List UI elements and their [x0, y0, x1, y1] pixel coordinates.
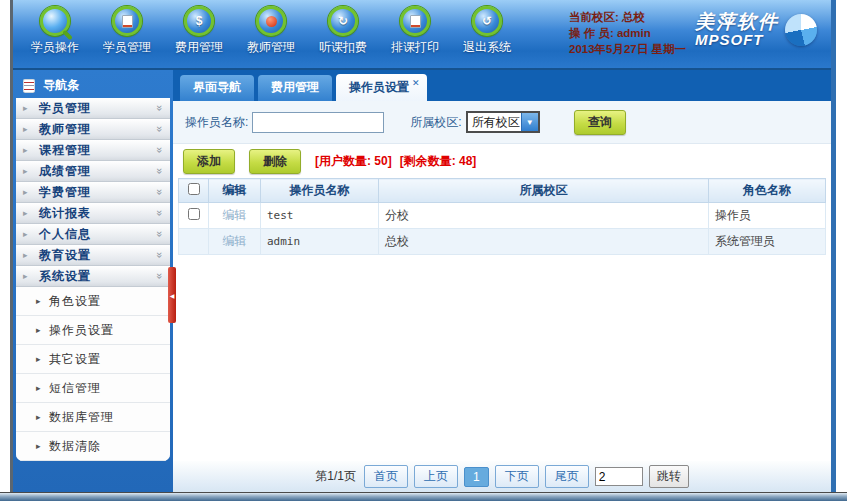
- toolbar-teacher-manage[interactable]: 教师管理: [235, 4, 307, 56]
- chevron-double-icon: »: [154, 273, 166, 279]
- filter-bar: 操作员名称: 所属校区: 所有校区 ▼ 查询: [173, 101, 831, 144]
- toolbar-exit-system[interactable]: ↺ 退出系统: [451, 4, 523, 56]
- toolbar-student-manage[interactable]: 学员管理: [91, 4, 163, 56]
- jump-button[interactable]: 跳转: [649, 465, 689, 488]
- delete-button[interactable]: 删除: [249, 149, 301, 174]
- jump-page-input[interactable]: [595, 467, 643, 486]
- cell-role: 系统管理员: [709, 229, 826, 255]
- toolbar-label: 教师管理: [247, 39, 295, 56]
- main-area: 导航条 ▸ 学员管理 » ▸ 教师管理 » ▸ 课程管理: [13, 70, 831, 492]
- chevron-double-icon: »: [154, 231, 166, 237]
- col-role: 角色名称: [709, 179, 826, 203]
- dropdown-arrow-icon[interactable]: ▼: [521, 113, 538, 131]
- sidebar-item-education[interactable]: ▸ 教育设置 »: [16, 245, 170, 266]
- last-page-button[interactable]: 尾页: [545, 465, 589, 488]
- tab-interface-nav[interactable]: 界面导航: [180, 75, 254, 101]
- sidebar-subitem-dataclear[interactable]: ▸ 数据清除: [16, 432, 170, 461]
- campus-label: 所属校区:: [410, 114, 461, 131]
- sidebar-item-personal[interactable]: ▸ 个人信息 »: [16, 224, 170, 245]
- arrow-right-icon: ▸: [36, 412, 49, 422]
- nav-panel: ▸ 学员管理 » ▸ 教师管理 » ▸ 课程管理 »: [16, 98, 170, 461]
- row-checkbox[interactable]: [188, 208, 200, 220]
- sidebar-collapse-handle[interactable]: ◀: [168, 267, 176, 323]
- action-row: 添加 删除 [用户数量: 50] [剩余数量: 48]: [173, 144, 831, 178]
- cell-campus: 分校: [379, 203, 709, 229]
- campus-select[interactable]: 所有校区 ▼: [466, 111, 540, 133]
- page-info: 第1/1页: [315, 468, 356, 485]
- col-campus: 所属校区: [379, 179, 709, 203]
- toolbar-listen-deduct[interactable]: ↻ 听课扣费: [307, 4, 379, 56]
- arrow-right-icon: ▸: [23, 229, 39, 239]
- header-bar: 学员操作 学员管理 $ 费用管理 教师管理 ↻ 听课扣费: [13, 0, 831, 70]
- chevron-double-icon: »: [154, 168, 166, 174]
- student-search-icon: [40, 6, 70, 36]
- table-row: 编辑 test 分校 操作员: [179, 203, 826, 229]
- user-count-text: [用户数量: 50]: [315, 153, 392, 170]
- toolbar-student-ops[interactable]: 学员操作: [19, 4, 91, 56]
- campus-select-value: 所有校区: [468, 114, 521, 131]
- tab-strip: 界面导航 费用管理 操作员设置✕: [173, 70, 831, 101]
- close-tab-icon[interactable]: ✕: [412, 78, 420, 88]
- table-header-row: 编辑 操作员名称 所属校区 角色名称: [179, 179, 826, 203]
- next-page-button[interactable]: 下页: [495, 465, 539, 488]
- operator-name-label: 操作员名称:: [185, 114, 248, 131]
- nav-doc-icon: [23, 79, 35, 93]
- session-info: 当前校区: 总校 操 作 员: admin 2013年5月27日 星期一: [569, 9, 686, 57]
- sidebar-item-system[interactable]: ▸ 系统设置 »: [16, 266, 170, 287]
- first-page-button[interactable]: 首页: [364, 465, 408, 488]
- arrow-right-icon: ▸: [23, 145, 39, 155]
- remaining-count-text: [剩余数量: 48]: [400, 153, 477, 170]
- arrow-right-icon: ▸: [23, 208, 39, 218]
- tab-operator-settings[interactable]: 操作员设置✕: [336, 74, 427, 101]
- sidebar-title-label: 导航条: [43, 77, 79, 94]
- sidebar-item-tuition[interactable]: ▸ 学费管理 »: [16, 182, 170, 203]
- sidebar-subitem-sms[interactable]: ▸ 短信管理: [16, 374, 170, 403]
- chevron-double-icon: »: [154, 105, 166, 111]
- sidebar-subitem-operator[interactable]: ▸ 操作员设置: [16, 316, 170, 345]
- sidebar-item-reports[interactable]: ▸ 统计报表 »: [16, 203, 170, 224]
- col-operator-name: 操作员名称: [261, 179, 379, 203]
- cell-operator-name: test: [261, 203, 379, 229]
- brand-logo: 美萍软件 MPSOFT: [695, 12, 817, 48]
- schedule-print-icon: [400, 6, 430, 36]
- toolbar-label: 排课打印: [391, 39, 439, 56]
- search-button[interactable]: 查询: [574, 110, 626, 135]
- arrow-right-icon: ▸: [23, 187, 39, 197]
- chevron-double-icon: »: [154, 252, 166, 258]
- toolbar-label: 听课扣费: [319, 39, 367, 56]
- prev-page-button[interactable]: 上页: [414, 465, 458, 488]
- operator-name-input[interactable]: [252, 112, 384, 133]
- cell-operator-name: admin: [261, 229, 379, 255]
- current-date: 2013年5月27日 星期一: [569, 41, 686, 57]
- arrow-right-icon: ▸: [36, 296, 49, 306]
- edit-link[interactable]: 编辑: [223, 208, 247, 222]
- teacher-manage-icon: [256, 6, 286, 36]
- sidebar: 导航条 ▸ 学员管理 » ▸ 教师管理 » ▸ 课程管理: [13, 70, 173, 492]
- content-area: 界面导航 费用管理 操作员设置✕ 操作员名称: 所属校区: 所有校区 ▼: [173, 70, 831, 492]
- toolbar-schedule-print[interactable]: 排课打印: [379, 4, 451, 56]
- arrow-right-icon: ▸: [36, 325, 49, 335]
- fee-manage-icon: $: [184, 6, 214, 36]
- toolbar-label: 费用管理: [175, 39, 223, 56]
- arrow-right-icon: ▸: [23, 103, 39, 113]
- sidebar-item-course[interactable]: ▸ 课程管理 »: [16, 140, 170, 161]
- sidebar-item-score[interactable]: ▸ 成绩管理 »: [16, 161, 170, 182]
- logo-cn-text: 美萍软件: [695, 12, 779, 32]
- tab-fee-manage[interactable]: 费用管理: [258, 75, 332, 101]
- sidebar-subitem-other[interactable]: ▸ 其它设置: [16, 345, 170, 374]
- arrow-right-icon: ▸: [23, 250, 39, 260]
- add-button[interactable]: 添加: [183, 149, 235, 174]
- select-all-checkbox[interactable]: [188, 183, 200, 195]
- toolbar-label: 学员操作: [31, 39, 79, 56]
- operators-table: 编辑 操作员名称 所属校区 角色名称 编辑 test 分校 操作员: [178, 178, 826, 255]
- arrow-right-icon: ▸: [23, 124, 39, 134]
- logo-en-text: MPSOFT: [695, 32, 779, 48]
- toolbar-fee-manage[interactable]: $ 费用管理: [163, 4, 235, 56]
- current-page-button[interactable]: 1: [464, 467, 489, 487]
- sidebar-item-student[interactable]: ▸ 学员管理 »: [16, 98, 170, 119]
- sidebar-subitem-database[interactable]: ▸ 数据库管理: [16, 403, 170, 432]
- sidebar-item-teacher[interactable]: ▸ 教师管理 »: [16, 119, 170, 140]
- edit-link[interactable]: 编辑: [223, 234, 247, 248]
- toolbar-label: 退出系统: [463, 39, 511, 56]
- sidebar-subitem-role[interactable]: ▸ 角色设置: [16, 287, 170, 316]
